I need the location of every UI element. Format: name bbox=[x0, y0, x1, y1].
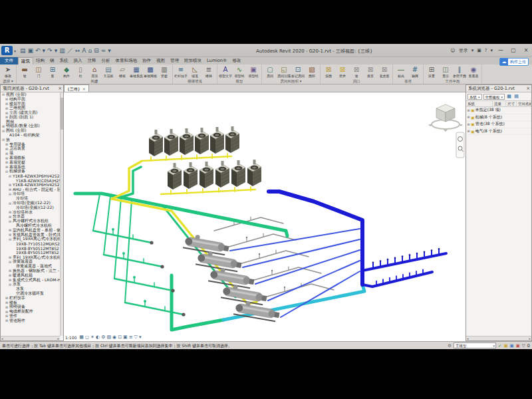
shadows-icon[interactable]: ◐ bbox=[96, 334, 100, 340]
file-tab[interactable]: 文件 bbox=[0, 57, 18, 65]
project-browser-vscrollbar[interactable] bbox=[60, 92, 63, 336]
navigation-bar[interactable] bbox=[456, 132, 464, 158]
ribbon-button-幕墙系统[interactable]: ▦幕墙系统 bbox=[130, 65, 143, 78]
lock-3d-icon[interactable]: ⊡ bbox=[118, 334, 122, 340]
filter-count[interactable]: 0 bbox=[527, 343, 530, 348]
ribbon-button-显示[interactable]: ◫显示 bbox=[439, 65, 452, 78]
ribbon-button-栏杆扶手[interactable]: ≡栏杆扶手 bbox=[174, 65, 188, 78]
ribbon-tab-系统[interactable]: 系统 bbox=[57, 57, 71, 65]
viewcube[interactable] bbox=[428, 104, 463, 132]
ribbon-tab-Lumion®[interactable]: Lumion® bbox=[204, 57, 229, 65]
sb-column-空间名称[interactable]: 空间名称 bbox=[517, 101, 531, 106]
restore-button[interactable]: ▢ bbox=[509, 46, 518, 55]
chiller-unit[interactable] bbox=[196, 249, 243, 272]
open-icon[interactable]: ▤ bbox=[20, 47, 26, 55]
component-upload-button[interactable]: ☁ 构件上传 bbox=[499, 58, 529, 66]
redo-caret-icon[interactable]: ▾ bbox=[55, 47, 58, 55]
discipline-dropdown[interactable]: 全部规程▾ bbox=[483, 94, 505, 100]
show-crop-icon[interactable]: ◉ bbox=[112, 334, 116, 340]
thin-lines-icon[interactable]: ≈ bbox=[101, 47, 106, 55]
reveal-hidden-icon[interactable]: ≡ bbox=[129, 334, 133, 340]
tree-item[interactable]: ⊞AHU - 组合式 - 固定框 - 卧式 - 标准 - 2000 - 50 bbox=[1, 188, 60, 192]
ribbon-tab-体量和场地[interactable]: 体量和场地 bbox=[113, 57, 140, 65]
worksharing-icon[interactable]: ⚙ bbox=[448, 343, 452, 348]
ribbon-button-坡道[interactable]: ◺坡道 bbox=[188, 65, 201, 78]
workset-status-icon[interactable]: ▣ bbox=[503, 343, 507, 348]
temporary-hide-icon[interactable]: ▣ bbox=[123, 334, 128, 340]
ribbon-button-墙[interactable]: ⊠墙 bbox=[350, 65, 363, 78]
ribbon-tab-视图[interactable]: 视图 bbox=[154, 57, 168, 65]
sb-autofit-icon[interactable]: ▤ bbox=[513, 94, 519, 100]
ribbon-button-竖梃[interactable]: ▥竖梃 bbox=[158, 65, 171, 78]
ribbon-button-查看器[interactable]: ◉查看器 bbox=[467, 65, 480, 78]
analytical-icon[interactable]: ▽ bbox=[134, 334, 138, 340]
scale-button[interactable]: 1:100 bbox=[65, 335, 76, 340]
ribbon-button-墙[interactable]: ▬墙 bbox=[18, 65, 31, 78]
ribbon-button-房间分隔[interactable]: ◱房间分隔 bbox=[277, 65, 291, 78]
ribbon-button-房间[interactable]: ▢房间 bbox=[263, 65, 277, 78]
ribbon-button-竖井[interactable]: ⊠竖井 bbox=[336, 65, 349, 78]
drawing-area[interactable]: {三维} × 1:100 ▦◻☀◐⚙▧◉⊡▣≡▽▾ bbox=[64, 84, 466, 341]
ribbon-button-参照平面[interactable]: ∥参照平面 bbox=[453, 65, 466, 78]
ribbon-tab-协作[interactable]: 协作 bbox=[140, 57, 154, 65]
view-tab-3d[interactable]: {三维} × bbox=[64, 84, 89, 92]
ribbon-button-屋顶[interactable]: ⌂屋顶 bbox=[88, 65, 101, 78]
system-browser-close-icon[interactable]: × bbox=[526, 85, 530, 92]
editable-only-icon[interactable]: ✓ bbox=[498, 343, 501, 348]
sb-column-尺寸[interactable]: 尺寸 bbox=[506, 101, 517, 106]
ribbon-button-标高[interactable]: ―标高 bbox=[394, 65, 408, 78]
revit-app-menu-icon[interactable]: R bbox=[1, 46, 13, 55]
ribbon-button-老虎窗[interactable]: ⊠老虎窗 bbox=[378, 65, 391, 78]
workset-dropdown[interactable]: 主模型▾ bbox=[454, 342, 496, 348]
ribbon-button-设置[interactable]: ⊞设置 bbox=[425, 65, 438, 78]
default-3d-view-icon[interactable]: ⌂ bbox=[88, 47, 92, 55]
ribbon-button-轴网[interactable]: #轴网 bbox=[408, 65, 422, 78]
sun-path-icon[interactable]: ☀ bbox=[90, 334, 94, 340]
ribbon-tab-插入[interactable]: 插入 bbox=[71, 57, 85, 65]
ribbon-tab-管理[interactable]: 管理 bbox=[168, 57, 182, 65]
sb-column-流量[interactable]: 流量 bbox=[493, 101, 506, 106]
visual-style-icon[interactable]: ◻ bbox=[85, 334, 89, 340]
ribbon-button-窗[interactable]: ⊞窗 bbox=[46, 65, 59, 78]
ribbon-button-柱[interactable]: ▯柱 bbox=[74, 65, 87, 78]
project-browser-close-icon[interactable]: × bbox=[58, 85, 62, 92]
expand-toggle-icon[interactable]: ⊞ bbox=[466, 108, 471, 112]
signin-caret-icon[interactable]: ▾ bbox=[471, 48, 474, 53]
ribbon-button-面积[interactable]: ▧面积 bbox=[305, 65, 319, 78]
warning-icon[interactable]: ▣ bbox=[516, 343, 520, 348]
chiller-unit[interactable] bbox=[183, 233, 230, 255]
sb-row[interactable]: ⊞▣机械(8 个系统) bbox=[466, 114, 531, 122]
project-browser-hscrollbar[interactable]: ◂▸ bbox=[1, 336, 60, 340]
close-button[interactable]: × bbox=[521, 46, 531, 55]
rendering-icon[interactable]: ⚙ bbox=[101, 334, 105, 340]
sb-column-系统[interactable]: 系统 bbox=[466, 101, 493, 106]
app-menu-caret-icon[interactable]: ▾ bbox=[14, 49, 16, 53]
ribbon-button-楼板[interactable]: ▱楼板 bbox=[116, 65, 129, 78]
tree-item[interactable]: ⊞集成式立式风机 - LROM-H 型 - 管道式 - 100-375-CN bbox=[1, 278, 60, 283]
project-browser-title[interactable]: 项目浏览器 - G20-1.rvt × bbox=[1, 85, 63, 92]
system-browser-hscrollbar[interactable]: ◂▸ bbox=[466, 336, 531, 340]
system-browser-title[interactable]: 系统浏览器 - G20-1.rvt × bbox=[466, 85, 531, 92]
undo-icon[interactable]: ↶ bbox=[35, 47, 41, 55]
measure-icon[interactable]: ／ bbox=[67, 47, 73, 55]
ribbon-tab-注释[interactable]: 注释 bbox=[85, 57, 99, 65]
ribbon-tab-修改[interactable]: 修改 bbox=[229, 57, 243, 65]
design-option-icon[interactable]: ▣ bbox=[510, 343, 514, 348]
ribbon-tab-分析[interactable]: 分析 bbox=[99, 57, 113, 65]
expand-toggle-icon[interactable]: ⊞ bbox=[466, 115, 471, 119]
text-icon[interactable]: A bbox=[82, 47, 86, 55]
help-caret-icon[interactable]: ▾ bbox=[490, 48, 493, 53]
ribbon-button-模型组[interactable]: ▣模型组 bbox=[247, 65, 260, 78]
redo-icon[interactable]: ↷ bbox=[47, 47, 53, 55]
qat-customize-caret-icon[interactable]: ▾ bbox=[108, 47, 111, 55]
expand-toggle-icon[interactable]: ⊞ bbox=[466, 129, 471, 133]
ribbon-button-模型线[interactable]: ∿模型线 bbox=[233, 65, 246, 78]
view-tab-close-icon[interactable]: × bbox=[82, 85, 86, 92]
ribbon-button-修改[interactable]: ➤修改 bbox=[1, 65, 15, 78]
ribbon-button-构件[interactable]: ◆构件 bbox=[60, 65, 73, 78]
ribbon-button-门[interactable]: ◫门 bbox=[32, 65, 45, 78]
ribbon-button-天花板[interactable]: ▤天花板 bbox=[102, 65, 115, 78]
ribbon-button-模型文字[interactable]: A模型文字 bbox=[219, 65, 232, 78]
system-view-dropdown[interactable]: 系统▾ bbox=[467, 94, 482, 100]
ribbon-button-标记房间[interactable]: ⊡标记房间 bbox=[291, 65, 305, 78]
